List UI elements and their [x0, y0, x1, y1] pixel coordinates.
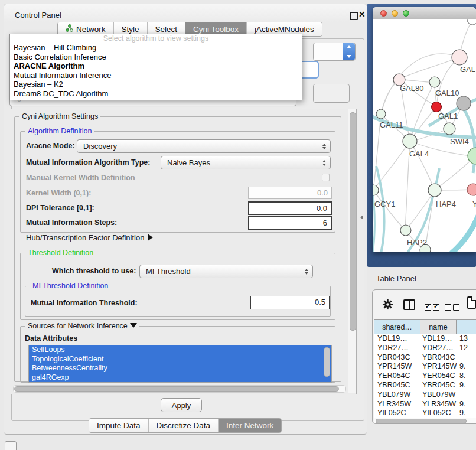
list-item[interactable]: gal4RGexp — [29, 373, 331, 383]
node-label: GAL4 — [409, 149, 429, 158]
minimized-panel-chip[interactable] — [5, 441, 17, 450]
kernel-width-field[interactable]: 0.0 — [248, 187, 332, 199]
bottom-tabs: Impute Data Discretize Data Infer Networ… — [89, 418, 282, 433]
node-red[interactable] — [432, 102, 442, 112]
table-row[interactable]: YBL079W YBL079W — [374, 390, 476, 400]
algorithm-dropdown: Select algorithm to view settings Bayesi… — [9, 34, 302, 100]
node-gal11[interactable] — [376, 109, 386, 119]
network-selector-combo[interactable] — [313, 43, 356, 61]
node-gcy1[interactable] — [373, 185, 379, 195]
table-row[interactable]: YER054C YER054C 8. — [374, 371, 476, 381]
close-icon[interactable]: ✕ — [358, 9, 366, 19]
hub-definition-expander[interactable]: Hub/Transcription Factor Definition — [26, 233, 153, 242]
mi-threshold-label: Mutual Information Threshold: — [31, 299, 138, 307]
dropdown-item[interactable]: Dream8 DC_TDC Algorithm — [10, 89, 302, 99]
table-body: YDL19… YDL19… 13 YDR27… YDR27… 12 YBR043… — [374, 334, 476, 418]
table-row[interactable]: YIL052C YIL052C 9. — [374, 409, 476, 418]
column-header-shared[interactable]: shared… — [374, 319, 420, 334]
network-window-titlebar[interactable] — [373, 7, 476, 19]
node-label: GAL11 — [380, 120, 403, 129]
dropdown-item[interactable]: Bayesian – K2 — [10, 80, 302, 89]
node-gray[interactable] — [457, 96, 471, 110]
mi-algorithm-type-combo[interactable]: Naive Bayes — [161, 156, 331, 169]
node-label: GCY1 — [374, 200, 395, 208]
secondary-combo[interactable] — [313, 84, 350, 103]
aracne-mode-combo[interactable]: Discovery — [77, 139, 331, 153]
apply-button[interactable]: Apply — [161, 398, 202, 412]
table-scroll-thumb[interactable] — [376, 419, 467, 423]
column-header-name[interactable]: name — [420, 319, 457, 334]
list-item[interactable]: SelfLoops — [29, 345, 331, 355]
node-y[interactable] — [467, 184, 476, 195]
list-item[interactable]: BetweennessCentrality — [29, 364, 331, 373]
dropdown-item[interactable]: Basic Correlation Inference — [10, 53, 302, 62]
table-row[interactable]: YDR27… YDR27… 12 — [374, 344, 476, 353]
node-label: HAP2 — [407, 238, 427, 247]
zoom-light-icon[interactable] — [403, 10, 409, 17]
vertical-scroll-thumb[interactable] — [350, 112, 356, 331]
dropdown-item[interactable]: Mutual Information Inference — [10, 71, 302, 80]
mi-steps-label: Mutual Information Steps: — [26, 219, 117, 227]
node-label: Y — [472, 200, 476, 208]
close-light-icon[interactable] — [380, 10, 387, 17]
which-threshold-combo[interactable]: MI Threshold — [139, 265, 313, 278]
table-row[interactable]: YPR145W YPR145W 9. — [374, 362, 476, 371]
horizontal-scrollbar[interactable] — [13, 385, 346, 393]
float-window-icon[interactable] — [350, 12, 358, 20]
horizontal-scroll-thumb[interactable] — [14, 386, 339, 392]
tab-discretize-data[interactable]: Discretize Data — [148, 419, 219, 432]
combo-stepper-icon[interactable] — [343, 43, 355, 60]
table-panel-title: Table Panel — [376, 274, 416, 283]
gear-icon[interactable] — [382, 299, 393, 312]
column-header-3[interactable] — [456, 319, 476, 334]
manual-kernel-checkbox[interactable] — [322, 174, 330, 181]
node-label: GAL80 — [400, 84, 423, 93]
which-threshold-label: Which threshold to use: — [52, 267, 136, 275]
mi-steps-field[interactable]: 6 — [248, 216, 332, 230]
node-hap2[interactable] — [400, 225, 411, 236]
minimize-light-icon[interactable] — [392, 10, 398, 17]
manual-kernel-label: Manual Kernel Width Definition — [26, 174, 135, 182]
node-hap4[interactable] — [428, 184, 441, 197]
table-row[interactable]: YLR345W YLR345W 9. — [374, 400, 476, 409]
node-gal1[interactable] — [444, 123, 455, 135]
sources-title: Sources for Network Inference — [28, 322, 128, 330]
new-table-icon[interactable] — [467, 296, 476, 309]
deselect-all-icon[interactable] — [445, 302, 461, 312]
node-label: GAL — [460, 65, 475, 74]
node-gal4[interactable] — [403, 134, 417, 148]
table-row[interactable]: YBR043C YBR043C — [374, 353, 476, 363]
node-gal10[interactable] — [429, 77, 440, 87]
dpi-tolerance-label: DPI Tolerance [0,1]: — [26, 204, 94, 212]
combo-stepper-icon — [322, 144, 326, 149]
network-canvas[interactable]: GAL GAL80 GAL10 GAL1 GAL11 GAL4 SWI4 GCY… — [373, 19, 476, 252]
panel-collapse-arrow[interactable] — [360, 215, 363, 220]
node-label: HAP4 — [436, 200, 456, 208]
vertical-scrollbar[interactable] — [348, 109, 356, 393]
node-label: GAL10 — [435, 89, 459, 97]
node-gal[interactable] — [452, 50, 467, 65]
expander-arrow-icon — [130, 323, 137, 328]
dpi-tolerance-field[interactable]: 0.0 — [248, 201, 332, 215]
mi-threshold-definition-title: MI Threshold Definition — [30, 282, 110, 290]
dropdown-item-highlighted[interactable]: ARACNE Algorithm — [10, 61, 302, 71]
list-scroll-thumb[interactable] — [324, 347, 330, 377]
expander-arrow-icon — [148, 234, 153, 241]
select-all-icon[interactable]: ✓✓ — [425, 302, 441, 312]
mi-threshold-field[interactable]: 0.5 — [250, 296, 330, 309]
aracne-mode-label: Aracne Mode: — [26, 142, 75, 150]
combo-stepper-icon — [305, 269, 308, 275]
table-horizontal-scrollbar[interactable] — [374, 418, 476, 423]
dropdown-item[interactable]: Bayesian – Hill Climbing — [10, 43, 302, 53]
table-row[interactable]: YBR045C YBR045C 9. — [374, 381, 476, 390]
node[interactable] — [467, 19, 476, 25]
aracne-mode-value: Discovery — [83, 142, 117, 151]
tab-infer-network[interactable]: Infer Network — [218, 419, 281, 432]
sources-expander[interactable]: Sources for Network Inference — [25, 322, 139, 330]
table-row[interactable]: YDL19… YDL19… 13 — [374, 334, 476, 344]
tab-impute-data[interactable]: Impute Data — [89, 419, 148, 432]
split-columns-icon[interactable] — [403, 299, 415, 310]
data-attributes-label: Data Attributes — [25, 334, 77, 343]
list-item[interactable]: TopologicalCoefficient — [29, 355, 331, 364]
hub-definition-label: Hub/Transcription Factor Definition — [26, 233, 144, 242]
